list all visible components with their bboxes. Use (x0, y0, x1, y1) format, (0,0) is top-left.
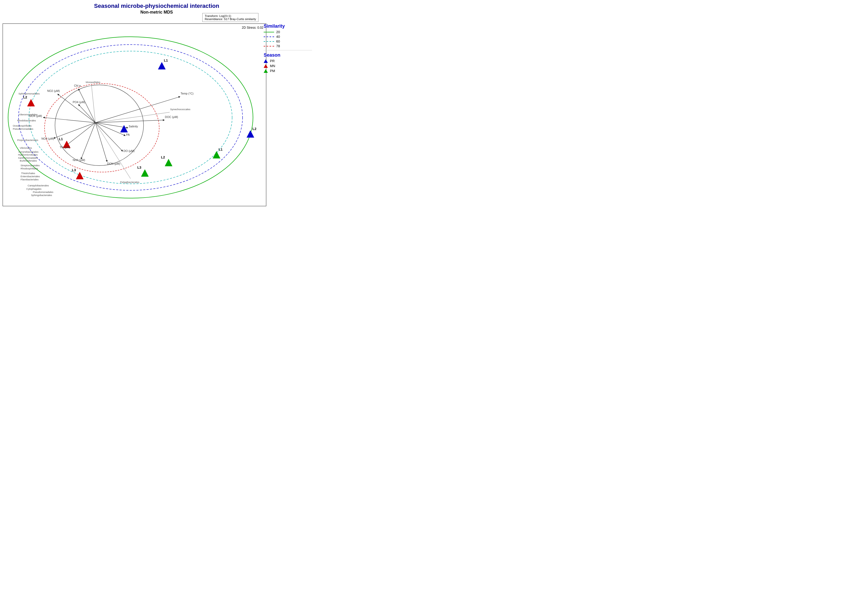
triangle-blue-icon (264, 59, 268, 63)
triangle-red-icon (264, 64, 268, 68)
svg-text:DO (μM): DO (μM) (124, 149, 134, 152)
svg-text:Vibrionales: Vibrionales (20, 146, 32, 149)
legend-divider (264, 50, 312, 50)
svg-point-2 (29, 51, 232, 184)
svg-line-13 (54, 123, 96, 138)
season-item-mn: MN (264, 64, 312, 68)
similarity-legend-title: Similarity (264, 24, 312, 29)
svg-text:TN (μM): TN (μM) (60, 146, 70, 149)
legend-label-78: 78 (276, 44, 280, 48)
season-label-pm: PM (270, 69, 275, 73)
svg-text:L2: L2 (161, 155, 165, 159)
svg-text:Pseudomonadales: Pseudomonadales (33, 190, 53, 193)
svg-text:NO3 (μM): NO3 (μM) (41, 137, 54, 140)
svg-text:Moraxellales: Moraxellales (86, 81, 100, 84)
svg-marker-22 (247, 130, 254, 137)
svg-text:Pseudomonadales: Pseudomonadales (13, 127, 33, 130)
svg-marker-26 (76, 172, 83, 179)
svg-text:Chl a: Chl a (74, 84, 81, 87)
transform-box: Transform: Log(X+1) Resemblance: S17 Bra… (202, 13, 258, 22)
svg-text:DON (μM): DON (μM) (107, 162, 120, 165)
svg-text:Flavobacteriales: Flavobacteriales (21, 178, 38, 181)
svg-line-15 (78, 105, 95, 123)
svg-text:Oceanospirillales: Oceanospirillales (13, 124, 32, 127)
svg-text:Streptomycetales: Streptomycetales (21, 164, 40, 167)
svg-text:PA: PA (126, 133, 130, 136)
legend-line-green (264, 32, 274, 32)
svg-line-5 (95, 97, 180, 123)
svg-text:Salinity: Salinity (129, 125, 138, 128)
svg-text:L3: L3 (137, 165, 141, 170)
legend-label-20: 20 (276, 30, 280, 34)
legend-item-78: 78 (264, 44, 312, 48)
svg-text:L3: L3 (72, 168, 76, 172)
svg-text:Thiotrichales: Thiotrichales (21, 172, 35, 175)
svg-text:Corynebacteriales: Corynebacteriales (19, 151, 38, 153)
legend-panel: Similarity 20 40 60 78 Season PR MN (264, 24, 312, 74)
svg-marker-23 (120, 125, 128, 132)
svg-marker-25 (27, 99, 35, 106)
season-item-pr: PR (264, 59, 312, 63)
svg-line-6 (95, 120, 164, 123)
svg-text:L1: L1 (218, 148, 223, 151)
svg-text:Enterobacteriales: Enterobacteriales (21, 175, 40, 178)
svg-text:Sphingobacteriales: Sphingobacteriales (31, 194, 52, 196)
legend-label-60: 60 (276, 40, 280, 43)
svg-text:PO4 (μM): PO4 (μM) (72, 100, 85, 103)
legend-item-40: 40 (264, 35, 312, 38)
svg-marker-21 (158, 62, 165, 69)
legend-item-20: 20 (264, 30, 312, 34)
chart-svg: L1 L2 L1 L2 L3 L1 L2 L3 Temp (°C) DOC (μ… (3, 24, 266, 206)
legend-line-red (264, 46, 274, 46)
legend-line-cyan (264, 41, 274, 42)
svg-marker-27 (213, 151, 220, 158)
legend-label-40: 40 (276, 35, 280, 38)
svg-text:Rhodobacterales: Rhodobacterales (17, 119, 36, 122)
season-legend-title: Season (264, 52, 312, 58)
svg-point-3 (45, 84, 159, 172)
svg-text:Burkholderiales: Burkholderiales (20, 159, 37, 162)
svg-text:Campylobacterales: Campylobacterales (28, 184, 49, 187)
svg-text:Cytophagales: Cytophagales (27, 187, 41, 190)
svg-text:L1: L1 (59, 137, 63, 141)
svg-line-10 (95, 123, 107, 162)
svg-text:L2: L2 (252, 127, 256, 131)
transform-text: Transform: Log(X+1) (205, 14, 256, 18)
svg-marker-28 (165, 159, 172, 166)
svg-text:Temp (°C): Temp (°C) (181, 92, 194, 95)
svg-text:Pelagibacterales: Pelagibacterales (120, 181, 139, 183)
svg-text:Propionibacteriales: Propionibacteriales (17, 139, 38, 142)
svg-line-20 (92, 85, 95, 123)
chart-area: 2D Stress: 0.02 (3, 24, 266, 206)
resemblance-text: Resemblance: S17 Bray-Curtis similarity (205, 18, 256, 21)
svg-text:Sphingomonadales: Sphingomonadales (19, 92, 40, 95)
svg-line-16 (58, 94, 96, 123)
svg-text:NO2 (μM): NO2 (μM) (47, 89, 60, 92)
legend-item-60: 60 (264, 40, 312, 43)
svg-point-1 (19, 45, 242, 190)
svg-line-17 (78, 89, 95, 123)
season-label-mn: MN (270, 64, 275, 68)
svg-text:Synechococcales: Synechococcales (170, 108, 190, 111)
svg-text:L1: L1 (164, 59, 168, 62)
svg-text:Rhodospirillales: Rhodospirillales (21, 167, 38, 170)
svg-text:DOC (μM): DOC (μM) (165, 115, 178, 118)
svg-text:L2: L2 (23, 95, 27, 99)
main-title: Seasonal microbe-physiochemical interact… (0, 0, 313, 9)
triangle-green-icon (264, 69, 268, 73)
svg-text:Hyphomicrobiales: Hyphomicrobiales (18, 153, 38, 156)
season-item-pm: PM (264, 69, 312, 73)
svg-line-8 (95, 123, 125, 136)
svg-line-14 (43, 117, 96, 123)
legend-line-blue (264, 37, 274, 37)
season-label-pr: PR (270, 59, 275, 63)
sub-title: Non-metric MDS (0, 10, 313, 15)
svg-marker-29 (141, 170, 149, 176)
svg-text:Alteromonadales: Alteromonadales (19, 113, 38, 116)
svg-text:Xanthomonadales: Xanthomonadales (18, 156, 38, 159)
svg-text:NH4 (μM): NH4 (μM) (72, 158, 85, 162)
svg-line-9 (95, 123, 123, 151)
